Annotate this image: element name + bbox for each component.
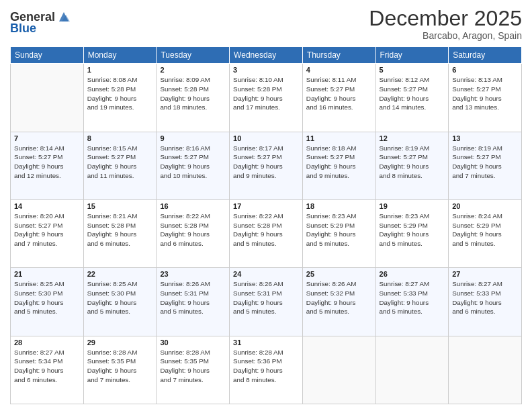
- calendar-cell: 8Sunrise: 8:15 AMSunset: 5:27 PMDaylight…: [83, 132, 157, 199]
- day-info: Sunrise: 8:18 AMSunset: 5:27 PMDaylight:…: [306, 144, 372, 181]
- day-number: 18: [306, 202, 372, 210]
- calendar-cell: 23Sunrise: 8:26 AMSunset: 5:31 PMDayligh…: [157, 268, 230, 336]
- day-info: Sunrise: 8:19 AMSunset: 5:27 PMDaylight:…: [452, 144, 518, 181]
- calendar-cell: 5Sunrise: 8:12 AMSunset: 5:27 PMDaylight…: [375, 64, 449, 132]
- day-info: Sunrise: 8:13 AMSunset: 5:27 PMDaylight:…: [452, 75, 518, 112]
- calendar-cell: 1Sunrise: 8:08 AMSunset: 5:28 PMDaylight…: [83, 64, 157, 132]
- day-number: 19: [380, 202, 445, 210]
- weekday-header: Thursday: [302, 47, 375, 64]
- page: General Blue December 2025 Barcabo, Arag…: [0, 0, 532, 411]
- day-number: 1: [87, 66, 153, 74]
- day-number: 8: [87, 134, 153, 142]
- weekday-header: Friday: [375, 47, 449, 64]
- weekday-header: Saturday: [449, 47, 522, 64]
- day-number: 24: [233, 270, 299, 278]
- calendar-cell: 3Sunrise: 8:10 AMSunset: 5:28 PMDaylight…: [230, 64, 303, 132]
- day-info: Sunrise: 8:25 AMSunset: 5:30 PMDaylight:…: [87, 279, 153, 316]
- day-number: 12: [380, 134, 445, 142]
- day-info: Sunrise: 8:25 AMSunset: 5:30 PMDaylight:…: [14, 279, 80, 316]
- calendar-cell: [302, 336, 375, 404]
- day-info: Sunrise: 8:08 AMSunset: 5:28 PMDaylight:…: [87, 75, 153, 112]
- day-info: Sunrise: 8:27 AMSunset: 5:33 PMDaylight:…: [452, 279, 518, 316]
- logo-blue: Blue: [10, 21, 36, 36]
- calendar-cell: [449, 336, 522, 404]
- day-number: 4: [306, 66, 372, 74]
- day-number: 6: [452, 66, 518, 74]
- day-number: 29: [87, 338, 153, 347]
- calendar-cell: [375, 336, 449, 404]
- day-number: 10: [233, 134, 299, 142]
- calendar-cell: [11, 64, 84, 132]
- title-block: December 2025 Barcabo, Aragon, Spain: [369, 7, 522, 41]
- day-number: 9: [160, 134, 226, 142]
- day-number: 14: [14, 202, 80, 210]
- day-number: 26: [380, 270, 445, 278]
- day-info: Sunrise: 8:10 AMSunset: 5:28 PMDaylight:…: [233, 75, 299, 112]
- day-number: 23: [160, 270, 226, 278]
- day-info: Sunrise: 8:26 AMSunset: 5:31 PMDaylight:…: [233, 279, 299, 316]
- location-title: Barcabo, Aragon, Spain: [369, 30, 522, 41]
- calendar-cell: 25Sunrise: 8:26 AMSunset: 5:32 PMDayligh…: [302, 268, 375, 336]
- day-info: Sunrise: 8:27 AMSunset: 5:34 PMDaylight:…: [14, 348, 80, 385]
- calendar-cell: 16Sunrise: 8:22 AMSunset: 5:28 PMDayligh…: [157, 199, 230, 267]
- calendar-cell: 28Sunrise: 8:27 AMSunset: 5:34 PMDayligh…: [11, 336, 84, 404]
- calendar-cell: 19Sunrise: 8:23 AMSunset: 5:29 PMDayligh…: [375, 199, 449, 267]
- calendar-week-row: 1Sunrise: 8:08 AMSunset: 5:28 PMDaylight…: [11, 64, 522, 132]
- calendar-cell: 27Sunrise: 8:27 AMSunset: 5:33 PMDayligh…: [449, 268, 522, 336]
- day-info: Sunrise: 8:19 AMSunset: 5:27 PMDaylight:…: [380, 144, 445, 181]
- day-info: Sunrise: 8:28 AMSunset: 5:35 PMDaylight:…: [160, 348, 226, 385]
- day-number: 20: [452, 202, 518, 210]
- calendar-cell: 29Sunrise: 8:28 AMSunset: 5:35 PMDayligh…: [83, 336, 157, 404]
- calendar-cell: 6Sunrise: 8:13 AMSunset: 5:27 PMDaylight…: [449, 64, 522, 132]
- weekday-header: Wednesday: [230, 47, 303, 64]
- day-number: 27: [452, 270, 518, 278]
- day-number: 30: [160, 338, 226, 347]
- day-info: Sunrise: 8:27 AMSunset: 5:33 PMDaylight:…: [380, 279, 445, 316]
- day-number: 2: [160, 66, 226, 74]
- day-number: 5: [380, 66, 445, 74]
- calendar-week-row: 14Sunrise: 8:20 AMSunset: 5:27 PMDayligh…: [11, 199, 522, 267]
- day-info: Sunrise: 8:26 AMSunset: 5:31 PMDaylight:…: [160, 279, 226, 316]
- day-info: Sunrise: 8:22 AMSunset: 5:28 PMDaylight:…: [160, 212, 226, 248]
- calendar-cell: 14Sunrise: 8:20 AMSunset: 5:27 PMDayligh…: [11, 199, 84, 267]
- calendar-cell: 21Sunrise: 8:25 AMSunset: 5:30 PMDayligh…: [11, 268, 84, 336]
- day-number: 16: [160, 202, 226, 210]
- weekday-header: Sunday: [11, 47, 84, 64]
- day-info: Sunrise: 8:28 AMSunset: 5:36 PMDaylight:…: [233, 348, 299, 385]
- day-info: Sunrise: 8:14 AMSunset: 5:27 PMDaylight:…: [14, 144, 80, 181]
- day-number: 28: [14, 338, 80, 347]
- day-info: Sunrise: 8:28 AMSunset: 5:35 PMDaylight:…: [87, 348, 153, 385]
- logo: General Blue: [10, 9, 71, 36]
- day-info: Sunrise: 8:26 AMSunset: 5:32 PMDaylight:…: [306, 279, 372, 316]
- logo-icon: [56, 9, 71, 24]
- day-info: Sunrise: 8:21 AMSunset: 5:28 PMDaylight:…: [87, 212, 153, 248]
- calendar-cell: 10Sunrise: 8:17 AMSunset: 5:27 PMDayligh…: [230, 132, 303, 199]
- day-info: Sunrise: 8:17 AMSunset: 5:27 PMDaylight:…: [233, 144, 299, 181]
- day-info: Sunrise: 8:12 AMSunset: 5:27 PMDaylight:…: [380, 75, 445, 112]
- day-number: 15: [87, 202, 153, 210]
- calendar-cell: 15Sunrise: 8:21 AMSunset: 5:28 PMDayligh…: [83, 199, 157, 267]
- calendar-cell: 4Sunrise: 8:11 AMSunset: 5:27 PMDaylight…: [302, 64, 375, 132]
- day-info: Sunrise: 8:22 AMSunset: 5:28 PMDaylight:…: [233, 212, 299, 248]
- day-number: 17: [233, 202, 299, 210]
- day-number: 31: [233, 338, 299, 347]
- calendar-cell: 2Sunrise: 8:09 AMSunset: 5:28 PMDaylight…: [157, 64, 230, 132]
- day-info: Sunrise: 8:11 AMSunset: 5:27 PMDaylight:…: [306, 75, 372, 112]
- weekday-header: Tuesday: [157, 47, 230, 64]
- day-number: 21: [14, 270, 80, 278]
- calendar-week-row: 7Sunrise: 8:14 AMSunset: 5:27 PMDaylight…: [11, 132, 522, 199]
- day-info: Sunrise: 8:15 AMSunset: 5:27 PMDaylight:…: [87, 144, 153, 181]
- calendar-week-row: 28Sunrise: 8:27 AMSunset: 5:34 PMDayligh…: [11, 336, 522, 404]
- calendar-cell: 24Sunrise: 8:26 AMSunset: 5:31 PMDayligh…: [230, 268, 303, 336]
- day-number: 7: [14, 134, 80, 142]
- day-number: 22: [87, 270, 153, 278]
- day-number: 11: [306, 134, 372, 142]
- day-info: Sunrise: 8:23 AMSunset: 5:29 PMDaylight:…: [306, 212, 372, 248]
- day-number: 13: [452, 134, 518, 142]
- calendar-cell: 30Sunrise: 8:28 AMSunset: 5:35 PMDayligh…: [157, 336, 230, 404]
- calendar-cell: 20Sunrise: 8:24 AMSunset: 5:29 PMDayligh…: [449, 199, 522, 267]
- day-info: Sunrise: 8:09 AMSunset: 5:28 PMDaylight:…: [160, 75, 226, 112]
- day-info: Sunrise: 8:23 AMSunset: 5:29 PMDaylight:…: [380, 212, 445, 248]
- calendar-week-row: 21Sunrise: 8:25 AMSunset: 5:30 PMDayligh…: [11, 268, 522, 336]
- calendar-cell: 31Sunrise: 8:28 AMSunset: 5:36 PMDayligh…: [230, 336, 303, 404]
